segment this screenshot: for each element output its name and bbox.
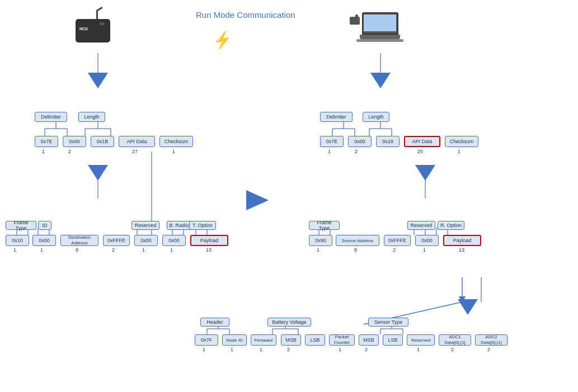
main-canvas: Run Mode Communication bbox=[0, 0, 578, 392]
left-device: NCD bbox=[67, 10, 118, 55]
left-l1-num-12: 2 bbox=[68, 149, 71, 154]
left-toption-label: T. Option bbox=[189, 221, 216, 230]
bottom-box-5: PacketCounter bbox=[329, 334, 355, 346]
right-l2-num-2: 2 bbox=[393, 247, 396, 253]
bottom-box-4: LSB bbox=[305, 334, 325, 346]
left-l2-box-0: 0x10 bbox=[6, 235, 29, 246]
right-l2-num-0: 1 bbox=[317, 247, 319, 253]
right-delimiter-label: Delimiter bbox=[320, 112, 353, 122]
left-arrow-down-1 bbox=[88, 73, 108, 88]
bottom-box-0: 0x7F bbox=[195, 334, 218, 346]
right-l2-box-0: 0x90 bbox=[309, 235, 332, 246]
right-l1-num-3: 25 bbox=[417, 149, 423, 154]
right-l1-box-4: Checksum bbox=[445, 136, 478, 147]
bottom-box-3: MSB bbox=[281, 334, 301, 346]
bottom-sensortype-label: Sensor Type bbox=[368, 318, 408, 327]
right-roption-label: R. Option bbox=[438, 221, 464, 230]
right-arrow-down-2 bbox=[415, 165, 435, 181]
left-l1-box-0: 0x7E bbox=[35, 136, 58, 147]
right-l2-box-3: 0x00 bbox=[415, 235, 439, 246]
bottom-num-9: 2 bbox=[451, 347, 454, 352]
bottom-num-5: 1 bbox=[339, 347, 341, 352]
left-l2-box-4: 0x00 bbox=[134, 235, 158, 246]
right-l1-box-1: 0x00 bbox=[348, 136, 372, 147]
bottom-box-6: MSB bbox=[359, 334, 379, 346]
left-l2-num-0: 1 bbox=[13, 247, 16, 253]
right-l2-box-2: 0xFFFE bbox=[384, 235, 411, 246]
left-length-label: Length bbox=[78, 112, 105, 122]
right-arrow-down-3 bbox=[458, 299, 478, 315]
bottom-num-8: 1 bbox=[417, 347, 420, 352]
center-right-arrow bbox=[246, 190, 269, 210]
left-l1-box-1: 0x00 bbox=[63, 136, 86, 147]
right-device bbox=[350, 12, 403, 54]
left-reserved-label: Reserved bbox=[131, 221, 159, 230]
bottom-box-9: ADC1Data[0]-[1] bbox=[439, 334, 471, 346]
left-l2-box-2: DestinationAddress bbox=[60, 235, 98, 246]
left-delimiter-label: Delimiter bbox=[35, 112, 67, 122]
page-title: Run Mode Communication bbox=[196, 10, 295, 20]
right-l2-box-1: Source Address bbox=[336, 235, 379, 246]
bottom-num-0: 1 bbox=[203, 347, 205, 352]
left-l1-box-2: 0x1B bbox=[91, 136, 114, 147]
bottom-num-6: 2 bbox=[365, 347, 368, 352]
right-reserved-label: Reserved bbox=[407, 221, 435, 230]
left-arrow-down-2 bbox=[88, 165, 108, 181]
left-frametype-label: Frame Type bbox=[6, 221, 36, 230]
bottom-box-2: Firmware bbox=[251, 334, 276, 346]
left-l2-num-6: 13 bbox=[206, 247, 212, 253]
left-l1-num-4: 1 bbox=[172, 149, 175, 154]
left-l1-num-3: 27 bbox=[132, 149, 138, 154]
left-l2-num-5: 1 bbox=[170, 247, 173, 253]
left-l2-num-3: 2 bbox=[112, 247, 115, 253]
left-id-label: ID bbox=[38, 221, 51, 230]
right-l2-num-1: 8 bbox=[354, 247, 357, 253]
left-l2-num-2: 8 bbox=[76, 247, 78, 253]
right-l1-box-0: 0x7E bbox=[320, 136, 344, 147]
right-l2-num-4: 13 bbox=[459, 247, 464, 253]
right-length-label: Length bbox=[363, 112, 389, 122]
left-l2-num-4: 1 bbox=[142, 247, 145, 253]
lightning-icon: ⚡ bbox=[211, 29, 233, 51]
left-l2-box-1: 0x00 bbox=[32, 235, 56, 246]
left-l2-box-3: 0xFFFE bbox=[103, 235, 130, 246]
left-l1-box-3: API Data bbox=[119, 136, 155, 147]
bottom-box-1: Node ID bbox=[222, 334, 247, 346]
right-frametype-label: Frame Type bbox=[309, 221, 340, 230]
right-l2-box-4: Payload bbox=[443, 235, 481, 246]
right-l1-num-12: 2 bbox=[355, 149, 358, 154]
right-arrow-down-1 bbox=[370, 73, 391, 88]
connector-lines bbox=[0, 0, 578, 392]
right-l2-num-3: 1 bbox=[423, 247, 426, 253]
left-l1-box-4: Checksum bbox=[159, 136, 193, 147]
bottom-battery-label: Battery Voltage bbox=[267, 318, 311, 327]
bottom-box-8: Reserved bbox=[407, 334, 435, 346]
diagonal-connector bbox=[0, 0, 578, 392]
right-l1-num-4: 1 bbox=[458, 149, 460, 154]
bottom-num-3: 2 bbox=[287, 347, 290, 352]
right-l1-box-2: 0x19 bbox=[376, 136, 400, 147]
left-l2-box-6: Payload bbox=[190, 235, 228, 246]
bottom-num-1: 1 bbox=[231, 347, 233, 352]
left-l2-num-1: 1 bbox=[40, 247, 43, 253]
right-l1-num-0: 1 bbox=[328, 149, 331, 154]
left-l1-num-0: 1 bbox=[42, 149, 45, 154]
left-l2-box-5: 0x00 bbox=[162, 235, 186, 246]
bottom-num-10: 2 bbox=[487, 347, 490, 352]
bottom-num-2: 1 bbox=[260, 347, 262, 352]
right-l1-box-3: API Data bbox=[404, 136, 440, 147]
bottom-header-label: Header bbox=[200, 318, 229, 327]
bottom-box-7: LSB bbox=[383, 334, 403, 346]
bottom-box-10: ADC2Data[0]-[1] bbox=[475, 334, 507, 346]
